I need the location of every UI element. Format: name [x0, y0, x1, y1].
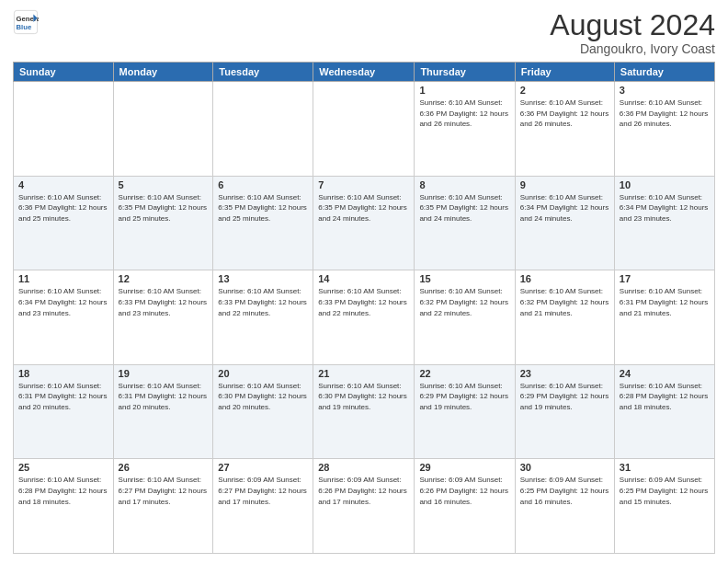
day-number: 15 [419, 273, 509, 284]
header: General Blue August 2024 Dangoukro, Ivor… [13, 9, 715, 56]
table-cell: 26Sunrise: 6:10 AM Sunset: 6:27 PM Dayli… [113, 459, 213, 554]
col-monday: Monday [113, 63, 213, 82]
day-number: 21 [318, 368, 409, 379]
table-cell: 25Sunrise: 6:10 AM Sunset: 6:28 PM Dayli… [14, 459, 114, 554]
table-cell: 3Sunrise: 6:10 AM Sunset: 6:36 PM Daylig… [614, 82, 714, 177]
day-info: Sunrise: 6:10 AM Sunset: 6:30 PM Dayligh… [318, 381, 409, 413]
title-block: August 2024 Dangoukro, Ivory Coast [550, 9, 715, 56]
day-info: Sunrise: 6:10 AM Sunset: 6:36 PM Dayligh… [18, 192, 108, 224]
day-number: 31 [620, 462, 710, 473]
day-info: Sunrise: 6:10 AM Sunset: 6:32 PM Dayligh… [520, 286, 609, 318]
day-number: 28 [318, 462, 409, 473]
col-friday: Friday [515, 63, 614, 82]
page: General Blue August 2024 Dangoukro, Ivor… [0, 0, 728, 563]
table-cell: 17Sunrise: 6:10 AM Sunset: 6:31 PM Dayli… [614, 270, 714, 365]
col-saturday: Saturday [614, 63, 714, 82]
day-number: 23 [520, 368, 609, 379]
day-number: 17 [620, 273, 710, 284]
day-number: 14 [318, 273, 409, 284]
table-cell: 22Sunrise: 6:10 AM Sunset: 6:29 PM Dayli… [415, 364, 515, 459]
calendar-table: Sunday Monday Tuesday Wednesday Thursday… [13, 62, 715, 554]
day-info: Sunrise: 6:10 AM Sunset: 6:36 PM Dayligh… [620, 98, 710, 130]
day-number: 11 [18, 273, 108, 284]
week-row-5: 25Sunrise: 6:10 AM Sunset: 6:28 PM Dayli… [14, 459, 715, 554]
logo: General Blue [13, 9, 39, 35]
day-info: Sunrise: 6:10 AM Sunset: 6:31 PM Dayligh… [119, 381, 209, 413]
table-cell: 28Sunrise: 6:09 AM Sunset: 6:26 PM Dayli… [313, 459, 415, 554]
day-info: Sunrise: 6:09 AM Sunset: 6:26 PM Dayligh… [419, 475, 509, 507]
day-number: 10 [620, 179, 710, 190]
day-info: Sunrise: 6:10 AM Sunset: 6:35 PM Dayligh… [119, 192, 209, 224]
table-cell: 24Sunrise: 6:10 AM Sunset: 6:28 PM Dayli… [614, 364, 714, 459]
table-cell: 18Sunrise: 6:10 AM Sunset: 6:31 PM Dayli… [14, 364, 114, 459]
table-cell: 27Sunrise: 6:09 AM Sunset: 6:27 PM Dayli… [213, 459, 313, 554]
day-number: 25 [18, 462, 108, 473]
week-row-3: 11Sunrise: 6:10 AM Sunset: 6:34 PM Dayli… [14, 270, 715, 365]
week-row-2: 4Sunrise: 6:10 AM Sunset: 6:36 PM Daylig… [14, 176, 715, 270]
day-number: 19 [119, 368, 209, 379]
day-info: Sunrise: 6:10 AM Sunset: 6:35 PM Dayligh… [218, 192, 308, 224]
table-cell: 9Sunrise: 6:10 AM Sunset: 6:34 PM Daylig… [515, 176, 614, 270]
day-number: 24 [620, 368, 710, 379]
table-cell: 7Sunrise: 6:10 AM Sunset: 6:35 PM Daylig… [313, 176, 415, 270]
day-number: 7 [318, 179, 409, 190]
table-cell: 15Sunrise: 6:10 AM Sunset: 6:32 PM Dayli… [415, 270, 515, 365]
day-number: 22 [419, 368, 509, 379]
col-thursday: Thursday [415, 63, 515, 82]
table-cell: 11Sunrise: 6:10 AM Sunset: 6:34 PM Dayli… [14, 270, 114, 365]
day-info: Sunrise: 6:10 AM Sunset: 6:30 PM Dayligh… [218, 381, 308, 413]
day-number: 2 [520, 85, 609, 96]
day-number: 26 [119, 462, 209, 473]
table-cell: 30Sunrise: 6:09 AM Sunset: 6:25 PM Dayli… [515, 459, 614, 554]
table-cell: 14Sunrise: 6:10 AM Sunset: 6:33 PM Dayli… [313, 270, 415, 365]
day-info: Sunrise: 6:09 AM Sunset: 6:25 PM Dayligh… [620, 475, 710, 507]
day-number: 3 [620, 85, 710, 96]
table-cell [313, 82, 415, 177]
day-number: 16 [520, 273, 609, 284]
day-number: 29 [419, 462, 509, 473]
logo-icon: General Blue [13, 9, 39, 35]
day-number: 4 [18, 179, 108, 190]
table-cell: 8Sunrise: 6:10 AM Sunset: 6:35 PM Daylig… [415, 176, 515, 270]
day-info: Sunrise: 6:10 AM Sunset: 6:31 PM Dayligh… [620, 286, 710, 318]
day-info: Sunrise: 6:10 AM Sunset: 6:33 PM Dayligh… [318, 286, 409, 318]
table-cell: 2Sunrise: 6:10 AM Sunset: 6:36 PM Daylig… [515, 82, 614, 177]
main-title: August 2024 [550, 9, 715, 41]
day-number: 12 [119, 273, 209, 284]
col-tuesday: Tuesday [213, 63, 313, 82]
day-number: 13 [218, 273, 308, 284]
table-cell: 1Sunrise: 6:10 AM Sunset: 6:36 PM Daylig… [415, 82, 515, 177]
table-cell: 5Sunrise: 6:10 AM Sunset: 6:35 PM Daylig… [113, 176, 213, 270]
day-info: Sunrise: 6:10 AM Sunset: 6:33 PM Dayligh… [119, 286, 209, 318]
table-cell: 19Sunrise: 6:10 AM Sunset: 6:31 PM Dayli… [113, 364, 213, 459]
day-info: Sunrise: 6:10 AM Sunset: 6:34 PM Dayligh… [18, 286, 108, 318]
day-info: Sunrise: 6:10 AM Sunset: 6:33 PM Dayligh… [218, 286, 308, 318]
day-number: 8 [419, 179, 509, 190]
day-number: 1 [419, 85, 509, 96]
day-number: 6 [218, 179, 308, 190]
day-info: Sunrise: 6:10 AM Sunset: 6:34 PM Dayligh… [520, 192, 609, 224]
calendar-header-row: Sunday Monday Tuesday Wednesday Thursday… [14, 63, 715, 82]
day-number: 27 [218, 462, 308, 473]
table-cell: 6Sunrise: 6:10 AM Sunset: 6:35 PM Daylig… [213, 176, 313, 270]
subtitle: Dangoukro, Ivory Coast [550, 41, 715, 56]
table-cell: 29Sunrise: 6:09 AM Sunset: 6:26 PM Dayli… [415, 459, 515, 554]
table-cell: 10Sunrise: 6:10 AM Sunset: 6:34 PM Dayli… [614, 176, 714, 270]
table-cell: 21Sunrise: 6:10 AM Sunset: 6:30 PM Dayli… [313, 364, 415, 459]
day-info: Sunrise: 6:09 AM Sunset: 6:25 PM Dayligh… [520, 475, 609, 507]
day-info: Sunrise: 6:10 AM Sunset: 6:28 PM Dayligh… [620, 381, 710, 413]
col-wednesday: Wednesday [313, 63, 415, 82]
day-info: Sunrise: 6:10 AM Sunset: 6:34 PM Dayligh… [620, 192, 710, 224]
table-cell: 16Sunrise: 6:10 AM Sunset: 6:32 PM Dayli… [515, 270, 614, 365]
week-row-4: 18Sunrise: 6:10 AM Sunset: 6:31 PM Dayli… [14, 364, 715, 459]
day-info: Sunrise: 6:10 AM Sunset: 6:31 PM Dayligh… [18, 381, 108, 413]
svg-text:Blue: Blue [17, 23, 32, 31]
day-info: Sunrise: 6:10 AM Sunset: 6:35 PM Dayligh… [419, 192, 509, 224]
table-cell [14, 82, 114, 177]
week-row-1: 1Sunrise: 6:10 AM Sunset: 6:36 PM Daylig… [14, 82, 715, 177]
day-info: Sunrise: 6:10 AM Sunset: 6:27 PM Dayligh… [119, 475, 209, 507]
table-cell [213, 82, 313, 177]
table-cell [113, 82, 213, 177]
day-info: Sunrise: 6:10 AM Sunset: 6:29 PM Dayligh… [419, 381, 509, 413]
day-number: 9 [520, 179, 609, 190]
